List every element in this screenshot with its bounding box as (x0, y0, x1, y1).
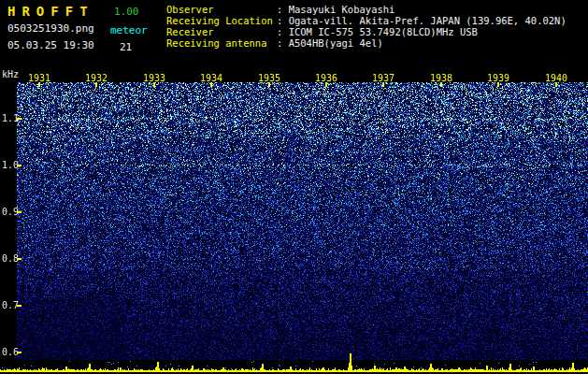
echo-count: 21 (120, 41, 132, 53)
output-filename: 0503251930.png (7, 22, 94, 35)
info-value: : Ogata-vill. Akita-Pref. JAPAN (139.96E… (277, 15, 566, 26)
station-info-row: Receiving antenna: A504HB(yagi 4el) (166, 37, 566, 49)
frame-timestamp: 05.03.25 19:30 (7, 39, 94, 51)
info-label: Receiving Location (166, 15, 277, 26)
spectrogram-canvas (17, 82, 588, 360)
info-value: : Masayuki Kobayashi (277, 4, 394, 15)
info-value: : ICOM IC-575 53.7492(8LCD)MHz USB (277, 26, 478, 37)
station-info: Observer: Masayuki KobayashiReceiving Lo… (166, 4, 566, 49)
mode-label: meteor (110, 24, 148, 36)
info-label: Receiver (166, 26, 277, 37)
app-version: 1.00 (114, 6, 139, 18)
station-info-row: Receiver: ICOM IC-575 53.7492(8LCD)MHz U… (166, 26, 566, 37)
station-info-row: Receiving Location: Ogata-vill. Akita-Pr… (166, 15, 566, 26)
amplitude-trace-canvas (0, 348, 588, 374)
info-value: : A504HB(yagi 4el) (277, 37, 383, 49)
app-title: HROFFT (7, 4, 94, 19)
info-label: Receiving antenna (166, 37, 277, 49)
info-label: Observer (166, 4, 277, 15)
station-info-row: Observer: Masayuki Kobayashi (166, 4, 566, 15)
freq-unit-label: kHz (2, 69, 19, 79)
hrofft-screen: HROFFT 1.00 0503251930.png meteor 05.03.… (0, 0, 588, 374)
